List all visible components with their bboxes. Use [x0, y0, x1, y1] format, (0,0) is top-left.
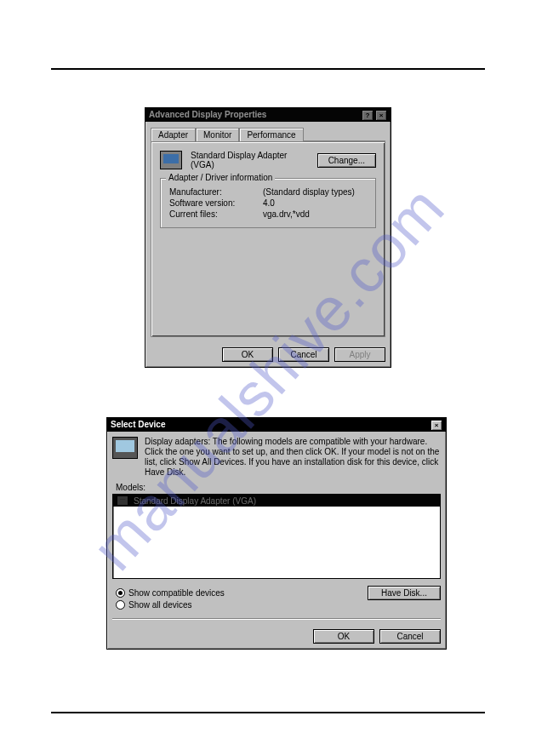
advanced-display-properties-dialog: Advanced Display Properties ? × Adapter …: [145, 107, 391, 368]
dialog1-button-row: OK Cancel Apply: [145, 342, 391, 367]
radio-compatible[interactable]: [116, 588, 125, 598]
ok-button[interactable]: OK: [222, 347, 273, 362]
driver-info-group-title: Adapter / Driver information: [166, 173, 275, 182]
tab-adapter-panel: Standard Display Adapter (VGA) Change...…: [151, 141, 385, 337]
tab-monitor[interactable]: Monitor: [196, 128, 239, 141]
software-version-value: 4.0: [263, 198, 275, 208]
page-top-rule: [51, 68, 485, 70]
models-listbox[interactable]: Standard Display Adapter (VGA): [112, 494, 441, 579]
dialog1-titlebar[interactable]: Advanced Display Properties ? ×: [145, 108, 391, 122]
cancel-button[interactable]: Cancel: [379, 629, 441, 644]
current-files-label: Current files:: [169, 209, 263, 219]
model-item-label: Standard Display Adapter (VGA): [134, 496, 256, 506]
radio-all[interactable]: [116, 600, 125, 610]
device-category-icon: [112, 437, 138, 459]
dialog2-titlebar[interactable]: Select Device ×: [107, 418, 446, 432]
adapter-icon: [160, 151, 182, 169]
tab-performance[interactable]: Performance: [239, 128, 303, 141]
select-device-dialog: Select Device × Display adapters: The fo…: [106, 417, 447, 650]
have-disk-button[interactable]: Have Disk...: [368, 586, 441, 600]
tab-adapter[interactable]: Adapter: [151, 128, 196, 141]
radio-all-row[interactable]: Show all devices: [116, 600, 225, 610]
dialog2-description: Display adapters: The following models a…: [145, 437, 441, 478]
radio-all-label: Show all devices: [128, 600, 191, 610]
close-button[interactable]: ×: [375, 110, 387, 121]
model-item-icon: [117, 495, 128, 506]
radio-compatible-row[interactable]: Show compatible devices: [116, 588, 225, 598]
change-button[interactable]: Change...: [317, 153, 376, 168]
apply-button[interactable]: Apply: [334, 347, 385, 362]
models-label: Models:: [116, 483, 441, 492]
close-button[interactable]: ×: [431, 420, 442, 431]
tabs: Adapter Monitor Performance: [151, 127, 385, 141]
page-bottom-rule: [51, 712, 485, 713]
software-version-label: Software version:: [169, 198, 263, 208]
help-button[interactable]: ?: [362, 110, 373, 121]
manufacturer-label: Manufacturer:: [169, 187, 263, 197]
dialog2-title: Select Device: [111, 418, 166, 432]
cancel-button[interactable]: Cancel: [278, 347, 329, 362]
list-item[interactable]: Standard Display Adapter (VGA): [113, 495, 440, 507]
adapter-name: Standard Display Adapter (VGA): [191, 151, 309, 169]
dialog2-button-row: OK Cancel: [107, 624, 446, 649]
dialog1-title: Advanced Display Properties: [149, 108, 266, 122]
radio-compatible-label: Show compatible devices: [128, 588, 225, 598]
ok-button[interactable]: OK: [313, 629, 374, 644]
driver-info-group: Adapter / Driver information Manufacture…: [160, 178, 376, 228]
current-files-value: vga.drv,*vdd: [263, 209, 310, 219]
manufacturer-value: (Standard display types): [263, 187, 355, 197]
